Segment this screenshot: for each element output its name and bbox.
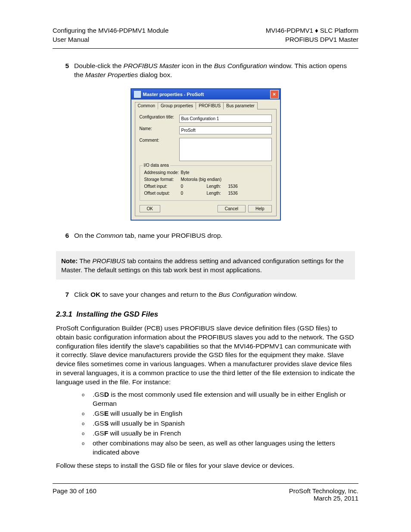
step-7-text: Click OK to save your changes and return… — [74, 290, 355, 299]
bullet-icon: o — [82, 439, 93, 457]
label-addr-mode: Addressing mode: — [144, 170, 181, 175]
step-5: 5 Double-click the PROFIBUS Master icon … — [56, 62, 355, 80]
tab-common[interactable]: Common — [135, 102, 159, 109]
step-7: 7 Click OK to save your changes and retu… — [56, 290, 355, 299]
header-right-1: MVI46-PDPMV1 ♦ SLC Platform — [266, 26, 358, 35]
note-box: Note: The PROFIBUS tab contains the addr… — [56, 251, 355, 280]
label-comment: Comment: — [140, 138, 179, 143]
footer-company: ProSoft Technology, Inc. — [289, 487, 358, 495]
list-item: o .GSE will usually be in English — [82, 409, 355, 418]
section-title: Installing the GSD Files — [76, 310, 158, 318]
help-button[interactable]: Help — [248, 205, 272, 212]
close-icon[interactable]: × — [270, 90, 279, 99]
footer-page: Page 30 of 160 — [53, 487, 97, 502]
para-follow-steps: Follow these steps to install the GSD fi… — [56, 461, 355, 470]
app-icon — [134, 91, 141, 98]
gsd-extension-list: o .GSD is the most commonly used file ex… — [82, 390, 355, 457]
label-name: Name: — [140, 126, 179, 131]
list-item: o other combinations may also be seen, a… — [82, 439, 355, 457]
note-label: Note: — [61, 257, 78, 264]
bullet-icon: o — [82, 429, 93, 438]
bullet-icon: o — [82, 409, 93, 418]
label-offset-output: Offset output: — [144, 191, 181, 196]
tab-strip: Common Group properties PROFIBUS Bus par… — [135, 102, 277, 109]
label-config-title: Configuration title: — [140, 115, 179, 119]
page-header: Configuring the MVI46-PDPMV1 Module User… — [53, 26, 358, 49]
value-length-in: 1536 — [228, 184, 238, 189]
list-item: o .GSS will usually be in Spanish — [82, 419, 355, 428]
value-offset-input: 0 — [181, 184, 207, 189]
tab-profibus[interactable]: PROFIBUS — [196, 102, 224, 109]
input-name[interactable]: ProSoft — [179, 126, 272, 134]
bullet-icon: o — [82, 419, 93, 428]
step-6: 6 On the Common tab, name your PROFIBUS … — [56, 231, 355, 240]
value-storage: Motorola (big endian) — [181, 177, 222, 182]
tab-panel-common: Configuration title: Bus Configuration 1… — [135, 109, 277, 216]
section-num: 2.3.1 — [56, 310, 72, 318]
footer-date: March 25, 2011 — [289, 495, 358, 502]
bullet-icon: o — [82, 390, 93, 408]
master-properties-dialog: Master properties - ProSoft × Common Gro… — [131, 88, 281, 221]
step-5-num: 5 — [56, 62, 74, 80]
header-left-1: Configuring the MVI46-PDPMV1 Module — [53, 26, 168, 35]
label-length-out: Length: — [207, 191, 228, 196]
value-length-out: 1536 — [228, 191, 238, 196]
ok-button[interactable]: OK — [140, 205, 160, 212]
header-left-2: User Manual — [53, 35, 168, 44]
section-heading: 2.3.1 Installing the GSD Files — [56, 310, 355, 319]
label-offset-input: Offset input: — [144, 184, 181, 189]
cancel-button[interactable]: Cancel — [218, 205, 246, 212]
tab-group-properties[interactable]: Group properties — [158, 102, 196, 109]
io-legend: I/O data area — [143, 163, 170, 168]
input-comment[interactable] — [179, 138, 272, 161]
dialog-title: Master properties - ProSoft — [143, 92, 204, 97]
step-6-num: 6 — [56, 231, 74, 240]
io-data-area: I/O data area Addressing mode: Byte Stor… — [140, 165, 272, 201]
step-5-text: Double-click the PROFIBUS Master icon in… — [74, 62, 355, 80]
dialog-titlebar: Master properties - ProSoft × — [131, 89, 280, 100]
step-6-text: On the Common tab, name your PROFIBUS dr… — [74, 231, 355, 240]
list-item: o .GSF will usually be in French — [82, 429, 355, 438]
input-config-title[interactable]: Bus Configuration 1 — [179, 115, 272, 123]
label-storage: Storage format: — [144, 177, 181, 182]
step-7-num: 7 — [56, 290, 74, 299]
para-gsd-intro: ProSoft Configuration Builder (PCB) uses… — [56, 324, 355, 387]
tab-bus-parameter[interactable]: Bus parameter — [223, 102, 258, 109]
value-addr-mode: Byte — [181, 170, 190, 175]
label-length-in: Length: — [207, 184, 228, 189]
page-footer: Page 30 of 160 ProSoft Technology, Inc. … — [53, 483, 358, 502]
value-offset-output: 0 — [181, 191, 207, 196]
list-item: o .GSD is the most commonly used file ex… — [82, 390, 355, 408]
header-right-2: PROFIBUS DPV1 Master — [266, 35, 358, 44]
